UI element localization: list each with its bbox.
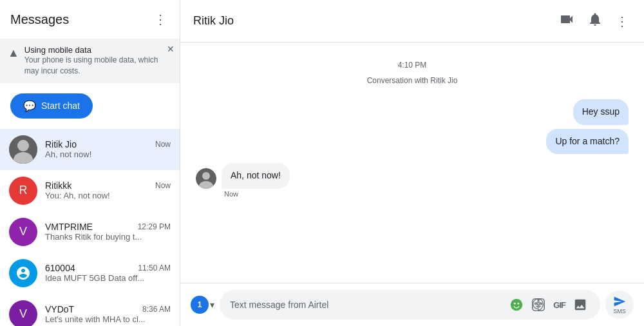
chat-messages: 4:10 PM Conversation with Ritik Jio Hey … [180, 43, 644, 283]
avatar-610004 [9, 259, 37, 287]
start-chat-label: Start chat [41, 101, 80, 111]
chat-header: Ritik Jio ⋮ [180, 0, 644, 43]
message-row-2: Up for a match? [196, 129, 629, 155]
message-input-wrapper: GIF [220, 290, 600, 320]
sidebar: Messages ⋮ ▲ Using mobile data Your phon… [0, 0, 180, 326]
sticker-button[interactable] [529, 295, 548, 314]
conv-time-610004: 11:50 AM [138, 264, 171, 273]
message-input[interactable] [230, 300, 507, 310]
send-button[interactable]: SMS [605, 291, 634, 319]
emoji-button[interactable] [507, 295, 526, 314]
chat-panel: Ritik Jio ⋮ 4:10 PM Conversation with Ri… [180, 0, 644, 326]
conv-preview-vydot: Let's unite with MHA to cl... [45, 314, 171, 324]
conv-name-610004: 610004 [45, 263, 75, 273]
mobile-data-banner: ▲ Using mobile data Your phone is using … [0, 39, 180, 83]
conversation-item-vmtprime[interactable]: V VMTPRIME 12:29 PM Thanks Ritik for buy… [0, 211, 180, 253]
conv-name-vydot: VYDoT [45, 304, 74, 314]
avatar-vydot: V [9, 300, 37, 326]
svg-point-15 [536, 302, 537, 303]
svg-point-9 [202, 172, 210, 180]
sim-dropdown-arrow[interactable]: ▾ [210, 300, 214, 310]
close-banner-button[interactable]: ✕ [167, 44, 175, 54]
send-label: SMS [613, 308, 626, 314]
conv-name-ritik-jio: Ritik Jio [45, 139, 77, 149]
conversation-item-610004[interactable]: 610004 11:50 AM Idea MUFT 5GB Data off..… [0, 253, 180, 294]
time-divider: 4:10 PM [196, 61, 629, 70]
mobile-data-body: Your phone is using mobile data, which m… [24, 55, 171, 77]
received-block: Ah, not now! Now [196, 163, 629, 198]
received-time: Now [196, 190, 629, 198]
conv-info-ritik-jio: Ritik Jio Now Ah, not now! [45, 139, 171, 159]
svg-point-12 [514, 303, 516, 305]
conv-info-vmtprime: VMTPRIME 12:29 PM Thanks Ritik for buyin… [45, 222, 171, 242]
conv-info-vydot: VYDoT 8:36 AM Let's unite with MHA to cl… [45, 304, 171, 324]
message-bubble-1: Hey ssup [573, 99, 629, 125]
conversation-label: Conversation with Ritik Jio [196, 76, 629, 85]
video-call-button[interactable] [556, 9, 577, 33]
input-actions: GIF [507, 295, 590, 314]
notifications-button[interactable] [585, 9, 605, 33]
conv-time-vydot: 8:36 AM [142, 305, 171, 314]
message-bubble-2: Up for a match? [546, 129, 629, 155]
sidebar-title: Messages [10, 12, 69, 27]
conv-preview-ritikkk: You: Ah, not now! [45, 191, 171, 200]
sidebar-header: Messages ⋮ [0, 0, 180, 39]
chat-icon: 💬 [23, 100, 36, 112]
conversation-item-ritikkk[interactable]: R Ritikkk Now You: Ah, not now! [0, 170, 180, 211]
svg-point-13 [518, 303, 520, 305]
conv-preview-vmtprime: Thanks Ritik for buying t... [45, 232, 171, 242]
mobile-data-heading: Using mobile data [24, 45, 171, 55]
avatar-ritikkk: R [9, 177, 37, 205]
conv-time-ritik-jio: Now [155, 140, 171, 149]
mobile-data-text: Using mobile data Your phone is using mo… [24, 45, 171, 77]
received-avatar [196, 168, 216, 189]
conv-time-vmtprime: 12:29 PM [138, 222, 171, 231]
conv-info-ritikkk: Ritikkk Now You: Ah, not now! [45, 180, 171, 200]
start-chat-button[interactable]: 💬 Start chat [10, 93, 93, 119]
svg-point-6 [17, 140, 29, 151]
attachment-button[interactable] [571, 295, 590, 314]
message-row-1: Hey ssup [196, 99, 629, 125]
conv-preview-610004: Idea MUFT 5GB Data off... [45, 273, 171, 283]
conv-name-vmtprime: VMTPRIME [45, 222, 93, 232]
conv-preview-ritik-jio: Ah, not now! [45, 149, 171, 159]
mobile-data-icon: ▲ [8, 46, 19, 60]
chat-header-actions: ⋮ [556, 9, 631, 33]
messages-area: Hey ssup Up for a match? Ah, not now! [196, 99, 629, 198]
chat-contact-name: Ritik Jio [193, 14, 234, 28]
conversation-item-ritik-jio[interactable]: Ritik Jio Now Ah, not now! [0, 129, 180, 170]
conversations-list: Ritik Jio Now Ah, not now! R Ritikkk Now… [0, 129, 180, 326]
conversation-item-vydot[interactable]: V VYDoT 8:36 AM Let's unite with MHA to … [0, 294, 180, 326]
svg-point-11 [511, 299, 522, 311]
sim-selector[interactable]: 1 [191, 296, 209, 314]
gif-button[interactable]: GIF [551, 298, 568, 312]
svg-point-16 [540, 302, 542, 303]
message-bubble-3: Ah, not now! [222, 163, 290, 189]
avatar-vmtprime: V [9, 218, 37, 246]
message-row-3: Ah, not now! [196, 163, 629, 189]
chat-more-menu-button[interactable]: ⋮ [613, 11, 631, 32]
conv-name-ritikkk: Ritikkk [45, 180, 71, 191]
avatar-ritik-jio [9, 135, 37, 164]
conv-time-ritikkk: Now [155, 181, 171, 190]
sidebar-more-menu-button[interactable]: ⋮ [151, 9, 169, 30]
conv-info-610004: 610004 11:50 AM Idea MUFT 5GB Data off..… [45, 263, 171, 283]
chat-input-bar: 1 ▾ [180, 283, 644, 326]
